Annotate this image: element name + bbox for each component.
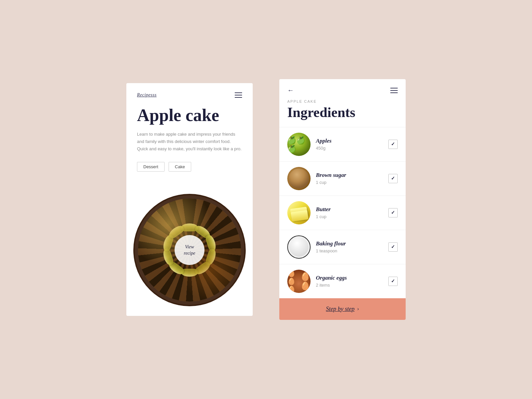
ingredient-name-butter: Butter <box>316 206 383 213</box>
ingredient-info-sugar: Brown sugar 1 cup <box>316 172 383 185</box>
ingredient-item-flour: Baking flour 1 teaspoon ✓ <box>279 230 406 264</box>
ingredient-checkbox-butter[interactable]: ✓ <box>388 208 398 217</box>
ingredient-info-butter: Butter 1 cup <box>316 206 383 219</box>
ingredient-image-flour <box>287 235 311 259</box>
ingredient-info-apples: Apples 450g <box>316 138 383 151</box>
ingredient-item-eggs: 🥚🥚 Organic eggs 2 items ✓ <box>279 264 406 298</box>
ingredient-info-eggs: Organic eggs 2 items <box>316 275 383 288</box>
ingredients-header: APPLE CAKE Ingredients <box>279 99 406 127</box>
ingredient-image-butter <box>287 201 311 224</box>
ingredient-item-sugar: Brown sugar 1 cup ✓ <box>279 161 406 196</box>
right-card: ← APPLE CAKE Ingredients Apples 450g ✓ <box>279 79 406 320</box>
ingredient-amount-apples: 450g <box>316 146 326 151</box>
brand-logo: Recipesss <box>137 92 157 98</box>
ingredient-image-apples <box>287 133 311 156</box>
tag-cake[interactable]: Cake <box>169 162 191 172</box>
checkmark-icon: ✓ <box>391 176 395 181</box>
back-button[interactable]: ← <box>287 86 294 94</box>
view-recipe-button[interactable]: View recipe <box>175 235 204 265</box>
ingredients-title: Ingredients <box>287 105 398 120</box>
cake-plate: View recipe <box>138 199 241 302</box>
ingredient-checkbox-sugar[interactable]: ✓ <box>388 174 398 183</box>
recipe-title: Apple cake <box>137 106 242 125</box>
ingredient-info-flour: Baking flour 1 teaspoon <box>316 240 383 254</box>
right-top-bar: ← <box>279 79 406 99</box>
ingredient-name-sugar: Brown sugar <box>316 172 383 179</box>
ingredient-checkbox-flour[interactable]: ✓ <box>388 242 398 252</box>
menu-icon[interactable] <box>390 88 398 93</box>
tag-dessert[interactable]: Dessert <box>137 162 165 172</box>
ingredient-name-flour: Baking flour <box>316 240 383 247</box>
ingredient-amount-eggs: 2 items <box>316 283 330 288</box>
step-by-step-button[interactable]: Step by step › <box>279 298 406 320</box>
ingredient-list: Apples 450g ✓ Brown sugar 1 cup ✓ <box>279 127 406 298</box>
checkmark-icon: ✓ <box>391 278 395 284</box>
recipe-description: Learn to make apple cake and impress you… <box>137 131 242 153</box>
ingredient-item-butter: Butter 1 cup ✓ <box>279 196 406 230</box>
ingredient-checkbox-eggs[interactable]: ✓ <box>388 277 398 286</box>
ingredient-checkbox-apples[interactable]: ✓ <box>388 140 398 149</box>
ingredient-image-eggs: 🥚🥚 <box>287 270 311 293</box>
ingredient-amount-flour: 1 teaspoon <box>316 248 337 253</box>
step-btn-label: Step by step <box>326 306 354 313</box>
ingredient-name-eggs: Organic eggs <box>316 275 383 281</box>
checkmark-icon: ✓ <box>391 210 395 215</box>
section-label: APPLE CAKE <box>287 99 398 103</box>
step-btn-arrow-icon: › <box>357 306 359 312</box>
ingredient-amount-sugar: 1 cup <box>316 180 327 185</box>
tag-list: Dessert Cake <box>137 162 242 172</box>
menu-icon[interactable] <box>235 92 242 98</box>
ingredient-item-apples: Apples 450g ✓ <box>279 127 406 161</box>
ingredient-amount-butter: 1 cup <box>316 214 327 219</box>
ingredient-image-sugar <box>287 167 311 190</box>
left-card: Recipesss Apple cake Learn to make apple… <box>126 83 253 316</box>
left-top-bar: Recipesss <box>137 92 242 98</box>
checkmark-icon: ✓ <box>391 244 395 250</box>
checkmark-icon: ✓ <box>391 141 395 147</box>
ingredient-name-apples: Apples <box>316 138 383 144</box>
cake-image-area: View recipe <box>137 181 242 316</box>
view-recipe-overlay: View recipe <box>138 199 241 302</box>
